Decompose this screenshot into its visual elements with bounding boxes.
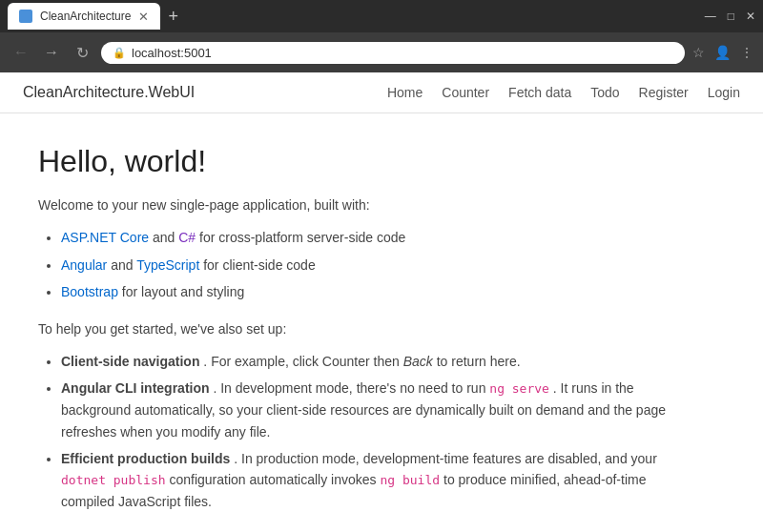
nav-item-fetchdata[interactable]: Fetch data bbox=[508, 85, 571, 100]
browser-tab[interactable]: CleanArchitecture ✕ bbox=[8, 3, 160, 30]
address-bar: ← → ↻ 🔒 localhost:5001 ☆ 👤 ⋮ bbox=[0, 32, 763, 72]
footer-paragraph: The ClientApp subdirectory is a standard… bbox=[38, 528, 687, 533]
menu-icon[interactable]: ⋮ bbox=[740, 45, 753, 60]
nav-item-home[interactable]: Home bbox=[387, 85, 423, 100]
window-controls: — □ ✕ bbox=[705, 10, 755, 23]
browser-titlebar: CleanArchitecture ✕ + — □ ✕ bbox=[0, 0, 763, 32]
setup-intro-paragraph: To help you get started, we've also set … bbox=[38, 318, 687, 339]
maximize-button[interactable]: □ bbox=[728, 10, 734, 23]
typescript-link[interactable]: TypeScript bbox=[136, 257, 199, 273]
navbar-nav: Home Counter Fetch data Todo Register Lo… bbox=[387, 85, 740, 100]
url-text: localhost:5001 bbox=[132, 46, 673, 60]
setup-list: Client-side navigation . For example, cl… bbox=[61, 351, 687, 513]
setup-list-item-2: Angular CLI integration . In development… bbox=[61, 378, 687, 442]
nav-item-login[interactable]: Login bbox=[708, 85, 740, 100]
profile-icon[interactable]: 👤 bbox=[714, 45, 731, 60]
lock-icon: 🔒 bbox=[113, 47, 126, 59]
tab-title: CleanArchitecture bbox=[40, 10, 131, 23]
navbar-brand: CleanArchitecture.WebUI bbox=[23, 84, 195, 101]
ng-serve-code: ng serve bbox=[489, 381, 549, 396]
setup-list-item-1: Client-side navigation . For example, cl… bbox=[61, 351, 687, 372]
refresh-button[interactable]: ↻ bbox=[71, 44, 93, 62]
browser-window: CleanArchitecture ✕ + — □ ✕ ← → ↻ 🔒 loca… bbox=[0, 0, 763, 532]
nav-item-register[interactable]: Register bbox=[639, 85, 689, 100]
page-content: CleanArchitecture.WebUI Home Counter Fet… bbox=[0, 72, 763, 532]
angular-link[interactable]: Angular bbox=[61, 257, 107, 273]
nav-item-counter[interactable]: Counter bbox=[442, 85, 489, 100]
csharp-link[interactable]: C# bbox=[178, 230, 196, 245]
ng-build-code: ng build bbox=[380, 473, 440, 487]
aspnet-link[interactable]: ASP.NET Core bbox=[61, 230, 149, 245]
intro-list-item-3: Bootstrap for layout and styling bbox=[61, 281, 687, 302]
main-content: Hello, world! Welcome to your new single… bbox=[0, 113, 725, 532]
nav-link-login[interactable]: Login bbox=[708, 85, 740, 100]
new-tab-button[interactable]: + bbox=[168, 7, 178, 27]
dotnet-publish-code: dotnet publish bbox=[61, 473, 166, 487]
nav-link-register[interactable]: Register bbox=[639, 85, 689, 100]
page-heading: Hello, world! bbox=[38, 144, 687, 179]
intro-paragraph: Welcome to your new single-page applicat… bbox=[38, 194, 687, 215]
nav-link-todo[interactable]: Todo bbox=[590, 85, 619, 100]
nav-link-counter[interactable]: Counter bbox=[442, 85, 489, 100]
forward-button[interactable]: → bbox=[40, 44, 63, 61]
bookmark-icon[interactable]: ☆ bbox=[692, 45, 705, 60]
back-button[interactable]: ← bbox=[10, 44, 32, 61]
close-button[interactable]: ✕ bbox=[746, 10, 755, 23]
nav-link-fetchdata[interactable]: Fetch data bbox=[508, 85, 571, 100]
setup-list-item-3: Efficient production builds . In product… bbox=[61, 448, 687, 513]
intro-list-item-2: Angular and TypeScript for client-side c… bbox=[61, 255, 687, 276]
intro-list-item-1: ASP.NET Core and C# for cross-platform s… bbox=[61, 227, 687, 248]
intro-list: ASP.NET Core and C# for cross-platform s… bbox=[61, 227, 687, 302]
nav-link-home[interactable]: Home bbox=[387, 85, 423, 100]
url-bar[interactable]: 🔒 localhost:5001 bbox=[101, 42, 685, 64]
tab-favicon bbox=[19, 10, 32, 23]
browser-toolbar-right: ☆ 👤 ⋮ bbox=[692, 45, 753, 60]
nav-item-todo[interactable]: Todo bbox=[590, 85, 619, 100]
minimize-button[interactable]: — bbox=[705, 10, 716, 23]
tab-close-button[interactable]: ✕ bbox=[138, 10, 149, 23]
bootstrap-link[interactable]: Bootstrap bbox=[61, 284, 118, 299]
navbar: CleanArchitecture.WebUI Home Counter Fet… bbox=[0, 72, 763, 113]
